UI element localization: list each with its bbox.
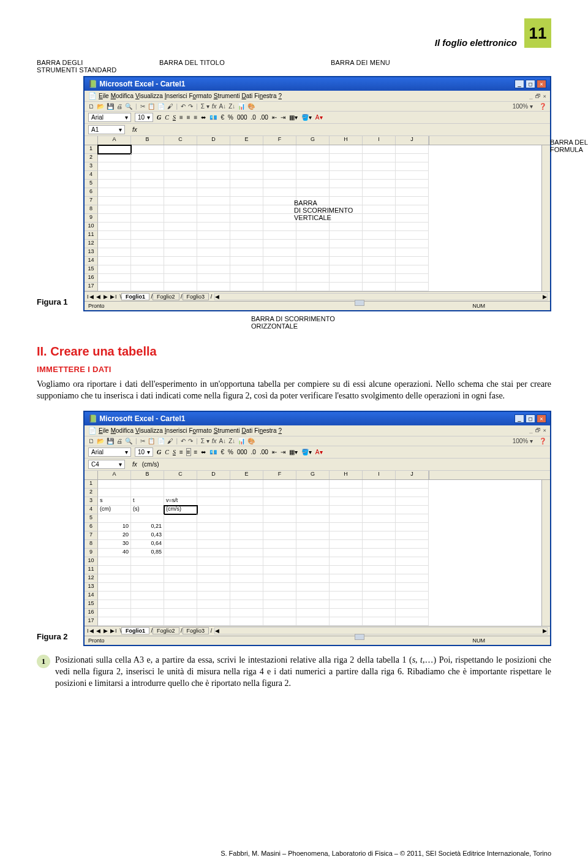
row2-17[interactable]: 17	[85, 617, 98, 626]
menu2-finestra[interactable]: Finestra	[254, 427, 276, 434]
new-icon-2[interactable]: 🗋	[88, 438, 94, 444]
formula-bar[interactable]: A1▾ fx	[85, 124, 550, 136]
name-box-2[interactable]: C4▾	[88, 460, 125, 469]
menu2-help[interactable]: ?	[278, 427, 282, 434]
sheet-tab-2[interactable]: Foglio2	[153, 293, 179, 300]
merge-icon[interactable]: ⬌	[201, 114, 206, 121]
select-all-corner[interactable]	[85, 136, 98, 145]
dec-indent-icon[interactable]: ⇤	[272, 114, 277, 121]
italic-button-2[interactable]: C	[165, 449, 169, 455]
row2-2[interactable]: 2	[85, 489, 98, 497]
sum-icon-2[interactable]: Σ ▾	[201, 438, 209, 444]
row2-4[interactable]: 4	[85, 506, 98, 514]
tab-nav-2[interactable]: I◀ ◀ ▶ ▶I	[85, 628, 120, 634]
font-size-combo-2[interactable]: 10▾	[135, 447, 153, 457]
row2-8[interactable]: 8	[85, 540, 98, 549]
align-left-icon-2[interactable]: ≡	[179, 449, 183, 455]
row-7[interactable]: 7	[85, 197, 98, 205]
sum-icon[interactable]: Σ ▾	[201, 103, 209, 110]
cell-C4[interactable]: (cm/s)	[164, 506, 197, 514]
window-controls[interactable]: _ □ ✕	[514, 80, 546, 88]
cell-B8[interactable]: 0,64	[131, 540, 164, 549]
minimize-button[interactable]: _	[514, 80, 524, 88]
cell-B3[interactable]: t	[131, 497, 164, 506]
cell-B7[interactable]: 0,43	[131, 531, 164, 540]
help-icon-2[interactable]: ❓	[539, 438, 546, 444]
row2-15[interactable]: 15	[85, 600, 98, 609]
doc-window-controls-2[interactable]: _🗗×	[529, 427, 546, 433]
excel2-title-bar[interactable]: 📗 Microsoft Excel - Cartel1 _ □ ✕	[85, 412, 550, 425]
row2-7[interactable]: 7	[85, 531, 98, 540]
col2-E[interactable]: E	[230, 471, 263, 479]
menu2-modifica[interactable]: Modifica	[111, 427, 134, 434]
sort-desc-icon-2[interactable]: Z↓	[228, 438, 235, 444]
euro-icon[interactable]: €	[221, 114, 224, 121]
menu-finestra[interactable]: Finestra	[254, 93, 276, 99]
preview-icon-2[interactable]: 🔍	[125, 438, 132, 444]
cell-B4[interactable]: (s)	[131, 506, 164, 514]
col-G[interactable]: G	[296, 136, 330, 145]
row2-14[interactable]: 14	[85, 592, 98, 600]
vertical-scrollbar-2[interactable]	[541, 480, 550, 626]
dec-indent-icon-2[interactable]: ⇤	[272, 449, 277, 455]
new-icon[interactable]: 🗋	[88, 103, 94, 110]
menu-strumenti[interactable]: Strumenti	[214, 93, 240, 99]
col-B[interactable]: B	[131, 136, 164, 145]
row-2[interactable]: 2	[85, 154, 98, 162]
row-1[interactable]: 1	[85, 145, 98, 154]
col2-B[interactable]: B	[131, 471, 164, 479]
select-all-corner-2[interactable]	[85, 471, 98, 479]
font-name-combo-2[interactable]: Arial▾	[88, 447, 131, 457]
format-painter-icon-2[interactable]: 🖌	[167, 438, 173, 444]
doc-window-controls[interactable]: _🗗×	[529, 93, 546, 99]
col-D[interactable]: D	[197, 136, 230, 145]
vscroll-top[interactable]	[429, 136, 437, 145]
fill-color-icon-2[interactable]: 🪣▾	[301, 449, 312, 455]
percent-icon[interactable]: %	[228, 114, 233, 121]
horizontal-scrollbar-2[interactable]: ◀▶	[214, 627, 548, 634]
row-3[interactable]: 3	[85, 162, 98, 171]
excel2-menu-bar[interactable]: 📄 Eile Modifica Visualizza Inserisci For…	[85, 425, 550, 436]
sheet-tab-3[interactable]: Foglio3	[183, 293, 209, 300]
cell-A3[interactable]: s	[98, 497, 131, 506]
column-headers-2[interactable]: A B C D E F G H I J	[85, 471, 550, 480]
row-5[interactable]: 5	[85, 180, 98, 188]
formula-bar-2[interactable]: C4▾ fx (cm/s)	[85, 459, 550, 471]
vscroll-top-2[interactable]	[429, 471, 437, 479]
row-8[interactable]: 8	[85, 205, 98, 214]
underline-button-2[interactable]: S	[173, 449, 176, 455]
menu-file[interactable]: Eile	[99, 93, 109, 99]
font-color-icon-2[interactable]: A▾	[315, 449, 323, 455]
excel-menu-bar[interactable]: 📄 Eile Modifica Visualizza Inserisci For…	[85, 91, 550, 102]
dec-decimal-icon[interactable]: .00	[260, 114, 268, 121]
sheet-tab-1[interactable]: Foglio1	[121, 293, 149, 300]
sheet-tabs[interactable]: \Foglio1 /Foglio2 /Foglio3 /	[120, 294, 213, 300]
col2-I[interactable]: I	[363, 471, 396, 479]
row-6[interactable]: 6	[85, 188, 98, 197]
print-icon[interactable]: 🖨	[116, 103, 123, 110]
undo-icon-2[interactable]: ↶	[181, 438, 186, 444]
menu2-file[interactable]: Eile	[99, 427, 109, 434]
align-left-icon[interactable]: ≡	[179, 114, 183, 121]
sort-asc-icon-2[interactable]: A↓	[219, 438, 227, 444]
align-center-icon[interactable]: ≡	[187, 114, 190, 121]
col-E[interactable]: E	[230, 136, 263, 145]
paste-icon-2[interactable]: 📄	[157, 438, 165, 444]
col2-F[interactable]: F	[263, 471, 296, 479]
menu-modifica[interactable]: Modifica	[111, 93, 134, 99]
cell-B6[interactable]: 0,21	[131, 523, 164, 531]
thousands-icon-2[interactable]: 000	[237, 449, 247, 455]
row-11[interactable]: 11	[85, 231, 98, 240]
cell-C3[interactable]: v=s/t	[164, 497, 197, 506]
font-color-icon[interactable]: A▾	[315, 114, 323, 121]
excel-title-bar[interactable]: 📗 Microsoft Excel - Cartel1 _ □ ✕	[85, 77, 550, 91]
col2-J[interactable]: J	[396, 471, 429, 479]
col2-G[interactable]: G	[296, 471, 330, 479]
chart-icon-2[interactable]: 📊	[238, 438, 245, 444]
format-toolbar[interactable]: Arial▾ 10▾ G C S ≡ ≡ ≡ ⬌ 💶 € % 000 .0 .0…	[85, 112, 550, 124]
row2-6[interactable]: 6	[85, 523, 98, 531]
sheet-grid[interactable]: A B C D E F G H I J 1 2 3 4 5 6	[85, 136, 550, 291]
row-10[interactable]: 10	[85, 223, 98, 231]
save-icon-2[interactable]: 💾	[107, 438, 114, 444]
tab-nav[interactable]: I◀ ◀ ▶ ▶I	[85, 294, 120, 300]
